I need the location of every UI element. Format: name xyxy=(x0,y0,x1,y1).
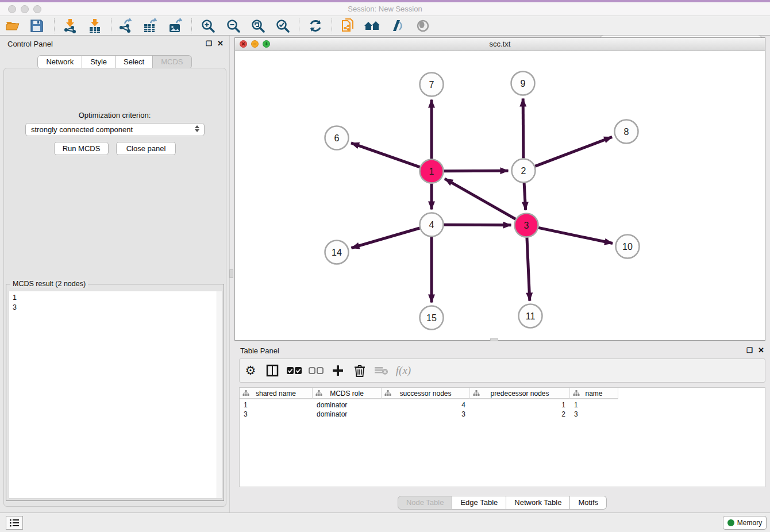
table-header-row: shared nameMCDS rolesuccessor nodesprede… xyxy=(240,388,618,399)
delete-column-icon[interactable] xyxy=(349,360,371,381)
birds-eye-view-icon[interactable] xyxy=(414,18,432,34)
zoom-out-icon[interactable] xyxy=(225,18,242,34)
table-panel-tabs: Node TableEdge TableNetwork TableMotifs xyxy=(234,496,770,510)
svg-text:2: 2 xyxy=(521,166,526,176)
tab-edge-table[interactable]: Edge Table xyxy=(452,496,506,510)
run-mcds-button[interactable]: Run MCDS xyxy=(54,142,109,155)
node-9[interactable]: 9 xyxy=(511,72,535,95)
zoom-in-icon[interactable] xyxy=(199,18,217,34)
task-history-button[interactable] xyxy=(6,516,23,530)
node-7[interactable]: 7 xyxy=(420,73,444,97)
hide-labels-icon[interactable] xyxy=(389,18,406,34)
node-10[interactable]: 10 xyxy=(616,235,640,259)
tab-motifs[interactable]: Motifs xyxy=(570,496,607,510)
svg-text:1: 1 xyxy=(429,167,434,176)
edge-1-2[interactable] xyxy=(444,171,508,171)
table-row[interactable]: 1dominator411 xyxy=(240,400,618,410)
cell-MCDS-role[interactable]: dominator xyxy=(313,400,382,410)
control-panel: Control Panel ❐ ✕ NetworkStyleSelectMCDS… xyxy=(0,36,230,512)
node-6[interactable]: 6 xyxy=(325,126,349,150)
cell-predecessor-nodes[interactable]: 1 xyxy=(470,400,570,410)
export-image-icon[interactable] xyxy=(167,18,184,34)
cell-shared-name[interactable]: 1 xyxy=(240,400,313,410)
function-builder-icon[interactable]: f(x) xyxy=(392,360,414,381)
column-header-successor-nodes[interactable]: successor nodes xyxy=(382,388,470,399)
column-header-shared-name[interactable]: shared name xyxy=(240,388,313,399)
result-scrollbar[interactable] xyxy=(217,291,222,498)
zoom-fit-icon[interactable] xyxy=(249,18,267,34)
network-canvas[interactable]: 7968124314101511 xyxy=(235,51,765,340)
close-panel-icon[interactable]: ✕ xyxy=(217,39,224,48)
node-4[interactable]: 4 xyxy=(420,213,444,237)
network-graph[interactable]: 7968124314101511 xyxy=(235,51,765,340)
import-table-icon[interactable] xyxy=(86,18,103,34)
node-11[interactable]: 11 xyxy=(519,304,542,328)
table-settings-icon[interactable]: ⚙ xyxy=(240,360,261,381)
node-2[interactable]: 2 xyxy=(512,159,536,183)
import-network-icon[interactable] xyxy=(61,18,79,34)
export-network-icon[interactable] xyxy=(117,18,134,34)
column-type-icon xyxy=(315,390,322,397)
control-panel-header: Control Panel ❐ ✕ xyxy=(0,36,229,52)
tab-node-table[interactable]: Node Table xyxy=(398,496,453,510)
edge-1-6[interactable] xyxy=(351,143,420,167)
column-header-predecessor-nodes[interactable]: predecessor nodes xyxy=(470,388,570,399)
cell-successor-nodes[interactable]: 4 xyxy=(382,400,470,410)
svg-text:11: 11 xyxy=(526,311,536,321)
tab-style[interactable]: Style xyxy=(82,55,116,69)
criterion-dropdown[interactable]: strongly connected component xyxy=(25,123,205,136)
column-view-icon[interactable] xyxy=(261,360,283,381)
deselect-all-icon[interactable] xyxy=(305,360,327,381)
node-14[interactable]: 14 xyxy=(325,241,349,264)
delete-table-icon[interactable] xyxy=(371,360,392,381)
toolbar-separator xyxy=(299,18,299,33)
criterion-dropdown-value: strongly connected component xyxy=(31,125,133,134)
cell-successor-nodes[interactable]: 3 xyxy=(382,410,470,419)
select-all-icon[interactable] xyxy=(283,360,305,381)
float-table-panel-icon[interactable]: ❐ xyxy=(746,346,753,354)
edge-3-10[interactable] xyxy=(538,228,613,243)
node-8[interactable]: 8 xyxy=(615,120,638,144)
cell-name[interactable]: 3 xyxy=(570,410,618,419)
splitter-handle-horizontal[interactable] xyxy=(490,338,498,341)
status-bar: Memory xyxy=(0,512,770,532)
close-panel-button[interactable]: Close panel xyxy=(116,142,176,155)
tab-mcds[interactable]: MCDS xyxy=(153,55,191,69)
export-table-icon[interactable] xyxy=(141,18,159,34)
edge-2-3[interactable] xyxy=(524,183,525,210)
cell-MCDS-role[interactable]: dominator xyxy=(313,410,382,419)
edge-2-8[interactable] xyxy=(535,137,612,166)
memory-button[interactable]: Memory xyxy=(723,516,767,530)
edge-3-11[interactable] xyxy=(527,237,530,300)
cell-name[interactable]: 1 xyxy=(570,400,618,410)
zoom-selected-icon[interactable] xyxy=(274,18,291,34)
cell-predecessor-nodes[interactable]: 2 xyxy=(470,410,570,419)
mcds-result-textarea[interactable]: 1 3 xyxy=(9,291,222,499)
edge-4-14[interactable] xyxy=(351,228,419,248)
edge-2-9[interactable] xyxy=(523,98,523,158)
tab-select[interactable]: Select xyxy=(116,55,153,69)
window-title: Session: New Session xyxy=(0,5,770,13)
table-row[interactable]: 3dominator323 xyxy=(240,410,618,419)
column-header-MCDS-role[interactable]: MCDS role xyxy=(313,388,382,399)
edge-4-3[interactable] xyxy=(444,225,511,225)
node-1[interactable]: 1 xyxy=(420,160,444,183)
node-3[interactable]: 3 xyxy=(515,214,538,237)
save-session-icon[interactable] xyxy=(28,18,45,34)
clone-network-icon[interactable] xyxy=(339,18,356,34)
apply-layout-icon[interactable] xyxy=(307,18,324,34)
toolbar-separator xyxy=(191,18,192,33)
splitter-handle-vertical[interactable] xyxy=(229,269,233,278)
tab-network-table[interactable]: Network Table xyxy=(506,496,570,510)
node-15[interactable]: 15 xyxy=(420,306,444,330)
add-column-icon[interactable] xyxy=(327,360,349,381)
cell-shared-name[interactable]: 3 xyxy=(240,410,313,419)
open-session-icon[interactable] xyxy=(4,18,21,34)
close-table-panel-icon[interactable]: ✕ xyxy=(758,346,764,354)
tab-network[interactable]: Network xyxy=(37,55,82,69)
home-network-icon[interactable] xyxy=(364,18,381,34)
edge-3-1[interactable] xyxy=(445,179,515,219)
network-window-titlebar[interactable]: ✕ − + scc.txt xyxy=(235,38,765,51)
column-header-name[interactable]: name xyxy=(570,388,618,399)
float-panel-icon[interactable]: ❐ xyxy=(206,40,212,48)
